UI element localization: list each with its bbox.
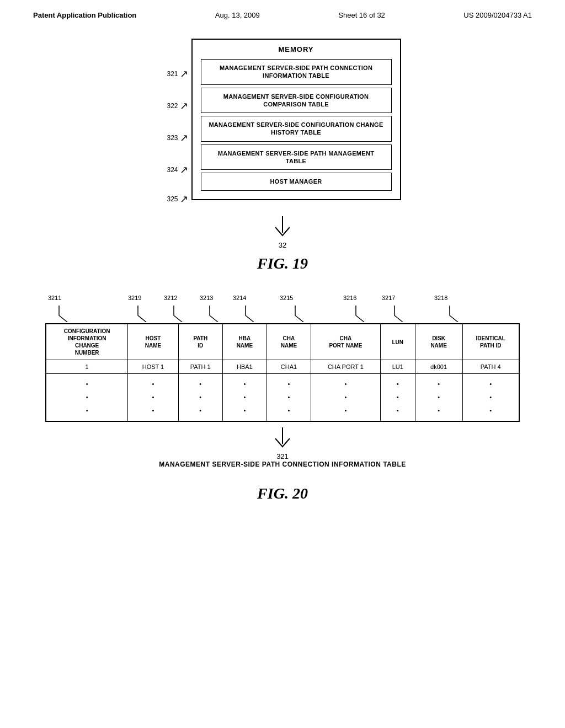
td-hba-1: HBA1 — [222, 360, 266, 374]
td-path-1: PATH 1 — [178, 360, 222, 374]
label-324: 324 — [167, 166, 178, 174]
table-header-row: CONFIGURATIONINFORMATIONCHANGENUMBER HOS… — [46, 324, 519, 360]
th-idpathid: IDENTICALPATH ID — [462, 324, 519, 360]
col-num-3218: 3218 — [434, 295, 447, 301]
fig19-connector: 32 — [269, 213, 296, 249]
col-num-3211: 3211 — [48, 295, 61, 301]
col-numbers: 3211 3219 3212 3213 3214 3215 3216 3217 … — [42, 295, 523, 322]
label-322: 322 — [167, 102, 178, 110]
td-lun-1: LU1 — [380, 360, 415, 374]
td-host-1: HOST 1 — [128, 360, 179, 374]
fig20-title: FIG. 20 — [257, 485, 308, 502]
td-disk-1: dk001 — [415, 360, 462, 374]
th-hostname: HOSTNAME — [128, 324, 179, 360]
td-idpath-1: PATH 4 — [462, 360, 519, 374]
td-config-1: 1 — [46, 360, 128, 374]
fig20-down-arrow-icon — [269, 425, 296, 452]
td-lun-dots: ••• — [380, 374, 415, 421]
td-chaport-1: CHA PORT 1 — [311, 360, 380, 374]
fig19-ref-number: 32 — [279, 241, 286, 249]
th-pathid: PATHID — [178, 324, 222, 360]
th-diskname: DISKNAME — [415, 324, 462, 360]
table-row: 1 HOST 1 PATH 1 HBA1 CHA1 CHA PORT 1 LU1… — [46, 360, 519, 374]
down-arrow-icon — [269, 213, 296, 241]
col-num-3219: 3219 — [128, 295, 141, 301]
fig20-table: CONFIGURATIONINFORMATIONCHANGENUMBER HOS… — [45, 323, 520, 422]
td-cha-1: CHA1 — [266, 360, 311, 374]
memory-item-321: MANAGEMENT SERVER-SIDE PATH CONNECTION I… — [201, 59, 392, 85]
fig20-connector: 321 — [269, 425, 296, 461]
memory-item-324: MANAGEMENT SERVER-SIDE PATH MANAGEMENT T… — [201, 144, 392, 170]
th-chaportname: CHAPORT NAME — [311, 324, 380, 360]
fig20-ref-number: 321 — [276, 452, 289, 461]
td-cha-dots: ••• — [266, 374, 311, 421]
td-path-dots: ••• — [178, 374, 222, 421]
th-hbaname: HBANAME — [222, 324, 266, 360]
th-chaname: CHANAME — [266, 324, 311, 360]
memory-title: MEMORY — [201, 45, 392, 53]
patent-header: Patent Application Publication Aug. 13, … — [0, 0, 565, 25]
memory-item-322: MANAGEMENT SERVER-SIDE CONFIGURATION COM… — [201, 88, 392, 114]
memory-item-323: MANAGEMENT SERVER-SIDE CONFIGURATION CHA… — [201, 116, 392, 142]
memory-box: MEMORY MANAGEMENT SERVER-SIDE PATH CONNE… — [191, 39, 401, 200]
patent-date: Aug. 13, 2009 — [215, 11, 260, 19]
col-num-3212: 3212 — [164, 295, 177, 301]
patent-number: US 2009/0204733 A1 — [463, 11, 532, 19]
col-num-3216: 3216 — [343, 295, 356, 301]
td-chaport-dots: ••• — [311, 374, 380, 421]
row-labels: 321 ↗ 322 ↗ 323 ↗ 324 ↗ 325 ↗ — [167, 60, 188, 211]
td-host-dots: ••• — [128, 374, 179, 421]
label-321: 321 — [167, 70, 178, 78]
table-row-dots: ••• ••• ••• ••• ••• ••• ••• ••• ••• — [46, 374, 519, 421]
memory-items: MANAGEMENT SERVER-SIDE PATH CONNECTION I… — [201, 59, 392, 191]
td-hba-dots: ••• — [222, 374, 266, 421]
fig19-title: FIG. 19 — [257, 255, 308, 272]
col-num-3215: 3215 — [280, 295, 293, 301]
col-num-3214: 3214 — [233, 295, 246, 301]
th-lun: LUN — [380, 324, 415, 360]
patent-left-label: Patent Application Publication — [33, 11, 136, 19]
fig20-caption: MANAGEMENT SERVER-SIDE PATH CONNECTION I… — [159, 461, 406, 468]
fig20-section: 3211 3219 3212 3213 3214 3215 3216 3217 … — [0, 295, 565, 519]
label-323: 323 — [167, 134, 178, 142]
memory-item-325: HOST MANAGER — [201, 173, 392, 190]
col-arrows-icon — [42, 304, 523, 322]
td-idpath-dots: ••• — [462, 374, 519, 421]
label-325: 325 — [167, 195, 178, 203]
col-num-3217: 3217 — [382, 295, 395, 301]
td-config-dots: ••• — [46, 374, 128, 421]
col-num-3213: 3213 — [200, 295, 213, 301]
th-config: CONFIGURATIONINFORMATIONCHANGENUMBER — [46, 324, 128, 360]
patent-sheet: Sheet 16 of 32 — [338, 11, 385, 19]
fig19-diagram: 321 ↗ 322 ↗ 323 ↗ 324 ↗ 325 ↗ — [89, 39, 476, 211]
td-disk-dots: ••• — [415, 374, 462, 421]
